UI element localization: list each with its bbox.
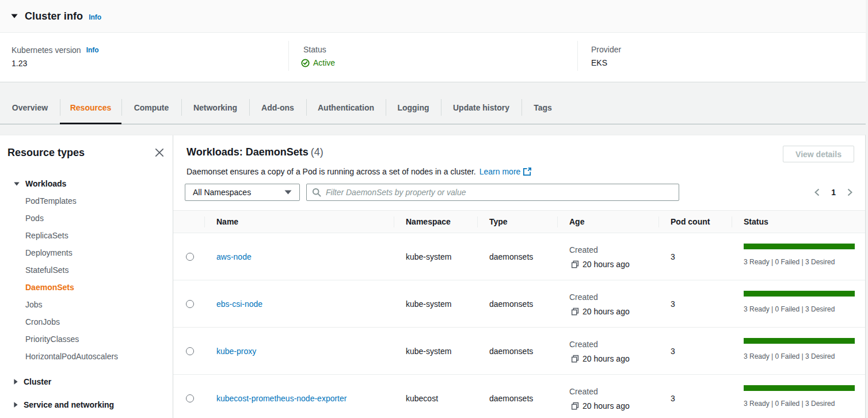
tab-resources[interactable]: Resources: [60, 97, 121, 124]
view-details-button[interactable]: View details: [783, 146, 854, 162]
caret-down-icon: [14, 182, 20, 186]
next-page-button[interactable]: [846, 187, 854, 197]
cluster-info-title: Cluster info: [25, 10, 83, 22]
tree-item-daemonsets[interactable]: DaemonSets: [0, 279, 173, 296]
tab-tags[interactable]: Tags: [521, 97, 564, 124]
row-radio-button[interactable]: [186, 300, 194, 308]
close-panel-button[interactable]: [155, 148, 164, 157]
panel-title: Workloads: DaemonSets(4): [186, 146, 323, 158]
pod-count-cell: 3: [658, 252, 732, 261]
tab-add-ons[interactable]: Add-ons: [249, 97, 306, 124]
age-value: 20 hours ago: [583, 354, 630, 364]
pagination: 1: [813, 187, 854, 197]
cluster-info-info-link[interactable]: Info: [89, 13, 101, 21]
tree-item-statefulsets[interactable]: StatefulSets: [0, 261, 173, 279]
tree-group-cluster[interactable]: Cluster: [0, 373, 173, 390]
status-text: 3 Ready | 0 Failed | 3 Desired: [744, 305, 865, 313]
tree-item-horizontalpodautoscalers[interactable]: HorizontalPodAutoscalers: [0, 348, 173, 365]
table-row: aws-node kube-system daemonsets Created …: [173, 233, 865, 280]
age-value: 20 hours ago: [583, 401, 630, 411]
tree-group-service-and-networking[interactable]: Service and networking: [0, 396, 173, 413]
age-cell: Created 20 hours ago: [557, 280, 658, 327]
tree-group-workloads[interactable]: Workloads: [0, 175, 173, 192]
daemonset-name-link[interactable]: ebs-csi-node: [216, 299, 262, 309]
copy-icon[interactable]: [571, 402, 579, 410]
daemonset-name-link[interactable]: kube-proxy: [216, 347, 256, 356]
namespace-cell: kubecost: [394, 394, 477, 403]
tab-overview[interactable]: Overview: [0, 97, 60, 124]
tree-item-replicasets[interactable]: ReplicaSets: [0, 227, 173, 244]
resource-types-tree: Workloads PodTemplates Pods ReplicaSets …: [0, 175, 173, 413]
panel-description: Daemonset ensures a copy of a Pod is run…: [186, 166, 854, 177]
column-header-namespace: Namespace: [394, 211, 477, 233]
kubernetes-version-info-link[interactable]: Info: [86, 44, 99, 56]
caret-down-icon: [11, 14, 18, 18]
resources-content: Resource types Workloads PodTemplates Po…: [0, 135, 866, 418]
pod-count-cell: 3: [658, 394, 732, 403]
table-header-row: Name Namespace Type Age Pod count Status: [173, 210, 865, 233]
age-created-label: Created: [569, 386, 658, 397]
age-value: 20 hours ago: [583, 306, 630, 317]
type-cell: daemonsets: [477, 299, 557, 309]
tree-item-priorityclasses[interactable]: PriorityClasses: [0, 330, 173, 348]
status-progress-bar: [744, 338, 855, 344]
copy-icon[interactable]: [571, 355, 579, 363]
external-link-icon: [523, 168, 531, 176]
namespace-filter-select[interactable]: All Namespaces: [185, 184, 300, 201]
previous-page-button[interactable]: [813, 187, 821, 197]
status-cell: 3 Ready | 0 Failed | 3 Desired: [732, 328, 865, 374]
daemonsets-search-input[interactable]: Filter DaemonSets by property or value: [306, 184, 679, 201]
tab-logging[interactable]: Logging: [386, 97, 441, 124]
status-cell: 3 Ready | 0 Failed | 3 Desired: [732, 375, 865, 418]
kubernetes-version-label: Kubernetes version Info: [12, 44, 288, 56]
age-cell: Created 20 hours ago: [557, 328, 658, 374]
copy-icon[interactable]: [571, 307, 579, 316]
row-radio-button[interactable]: [186, 347, 194, 355]
table-row: kubecost-prometheus-node-exporter kubeco…: [173, 375, 865, 418]
resource-types-panel: Resource types Workloads PodTemplates Po…: [0, 135, 173, 418]
daemonset-name-link[interactable]: aws-node: [216, 252, 252, 261]
search-icon: [312, 188, 321, 197]
tab-authentication[interactable]: Authentication: [306, 97, 386, 124]
tree-item-pods[interactable]: Pods: [0, 210, 173, 227]
copy-icon[interactable]: [571, 260, 579, 268]
check-circle-icon: [301, 59, 310, 67]
cluster-info-body: Kubernetes version Info 1.23 Status Acti…: [0, 33, 866, 82]
table-row: ebs-csi-node kube-system daemonsets Crea…: [173, 280, 865, 328]
tab-compute[interactable]: Compute: [121, 97, 181, 124]
daemonsets-table: Name Namespace Type Age Pod count Status…: [173, 210, 865, 418]
status-progress-bar: [744, 244, 855, 249]
age-cell: Created 20 hours ago: [557, 375, 658, 418]
column-header-type: Type: [477, 211, 557, 233]
namespace-cell: kube-system: [394, 252, 477, 261]
age-created-label: Created: [569, 245, 658, 255]
status-cell: 3 Ready | 0 Failed | 3 Desired: [732, 280, 865, 327]
cluster-info-header[interactable]: Cluster info Info: [0, 0, 866, 33]
caret-right-icon: [14, 402, 18, 408]
tab-networking[interactable]: Networking: [181, 97, 249, 124]
learn-more-link[interactable]: Learn more: [479, 167, 532, 176]
pod-count-cell: 3: [658, 299, 732, 309]
tree-item-deployments[interactable]: Deployments: [0, 244, 173, 261]
tab-update-history[interactable]: Update history: [441, 97, 521, 124]
provider-field: Provider EKS: [578, 33, 866, 82]
age-created-label: Created: [569, 339, 658, 349]
status-value: Active: [301, 56, 577, 69]
daemonset-name-link[interactable]: kubecost-prometheus-node-exporter: [216, 394, 347, 403]
daemonsets-panel: Workloads: DaemonSets(4) View details Da…: [173, 135, 865, 418]
tree-item-cronjobs[interactable]: CronJobs: [0, 313, 173, 330]
type-cell: daemonsets: [477, 252, 557, 261]
status-field: Status Active: [289, 33, 577, 82]
tree-item-jobs[interactable]: Jobs: [0, 296, 173, 313]
tree-item-podtemplates[interactable]: PodTemplates: [0, 192, 173, 210]
status-text: 3 Ready | 0 Failed | 3 Desired: [744, 400, 865, 408]
current-page-number[interactable]: 1: [831, 188, 836, 197]
search-placeholder: Filter DaemonSets by property or value: [326, 188, 466, 197]
status-label: Status: [303, 44, 577, 55]
row-radio-button[interactable]: [186, 394, 194, 402]
table-row: kube-proxy kube-system daemonsets Create…: [173, 328, 865, 375]
pod-count-cell: 3: [658, 347, 732, 356]
type-cell: daemonsets: [477, 394, 557, 403]
selection-column-header: [173, 211, 204, 233]
row-radio-button[interactable]: [186, 253, 194, 261]
